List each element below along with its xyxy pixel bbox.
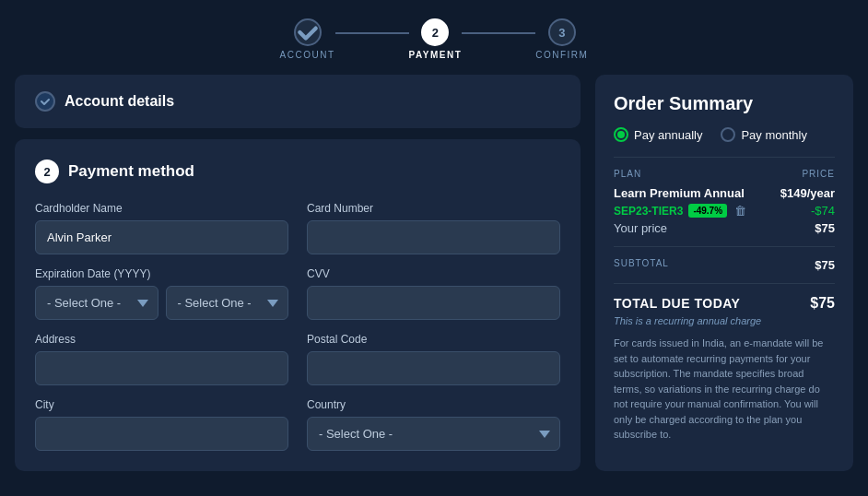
city-input[interactable]	[35, 417, 288, 451]
expiry-month-select[interactable]: - Select One -	[35, 286, 158, 320]
payment-method-card: 2 Payment method Cardholder Name Card Nu…	[15, 139, 581, 471]
step-account-circle	[294, 18, 322, 46]
billing-annually-option[interactable]: Pay annually	[614, 127, 702, 142]
address-label: Address	[35, 333, 288, 346]
billing-annually-radio[interactable]	[614, 127, 628, 142]
plan-price: $149/year	[780, 186, 835, 200]
step-account: ACCOUNT	[280, 18, 335, 60]
step-line-1	[335, 32, 409, 34]
billing-annually-radio-inner	[617, 131, 625, 138]
info-text: For cards issued in India, an e-mandate …	[614, 336, 835, 443]
expiry-year-select[interactable]: - Select One -	[166, 286, 289, 320]
billing-monthly-option[interactable]: Pay monthly	[721, 127, 807, 142]
main-content: Account details 2 Payment method Cardhol…	[0, 75, 868, 486]
promo-badge: -49.7%	[688, 204, 727, 218]
country-select[interactable]: - Select One -	[307, 417, 560, 451]
step-line-2	[462, 32, 535, 34]
cardholder-name-label: Cardholder Name	[35, 202, 288, 215]
price-column-label: PRICE	[802, 169, 835, 179]
plan-header: PLAN PRICE	[614, 169, 835, 179]
expiry-group: Expiration Date (YYYY) - Select One - - …	[35, 267, 288, 320]
billing-toggle: Pay annually Pay monthly	[614, 127, 835, 142]
step-payment-circle: 2	[421, 18, 449, 46]
card-number-label: Card Number	[307, 202, 560, 215]
plan-name-row: Learn Premium Annual $149/year	[614, 186, 835, 200]
plan-column-label: PLAN	[614, 169, 641, 179]
expiry-label: Expiration Date (YYYY)	[35, 267, 288, 280]
step-payment-label: PAYMENT	[409, 50, 463, 60]
cardholder-name-input[interactable]	[35, 220, 288, 254]
postal-code-input[interactable]	[307, 351, 560, 385]
billing-annually-label: Pay annually	[634, 128, 702, 142]
card-number-group: Card Number	[307, 202, 560, 254]
remove-promo-icon[interactable]: 🗑	[734, 204, 746, 218]
subtotal-value: $75	[815, 258, 835, 272]
your-price-label: Your price	[614, 221, 667, 235]
billing-monthly-label: Pay monthly	[741, 128, 807, 142]
payment-form: Cardholder Name Card Number Expiration D…	[35, 202, 560, 451]
cardholder-name-group: Cardholder Name	[35, 202, 288, 254]
your-price-row: Your price $75	[614, 221, 835, 235]
promo-row: SEP23-TIER3 -49.7% 🗑 -$74	[614, 204, 835, 218]
total-value: $75	[810, 295, 835, 312]
step-confirm-label: CONFIRM	[535, 50, 588, 60]
payment-header: 2 Payment method	[35, 159, 560, 183]
cvv-label: CVV	[307, 267, 560, 280]
address-group: Address	[35, 333, 288, 385]
step-confirm: 3 CONFIRM	[535, 18, 588, 60]
total-label: TOTAL DUE TODAY	[614, 296, 740, 311]
country-group: Country - Select One -	[307, 398, 560, 451]
billing-monthly-radio[interactable]	[721, 127, 735, 142]
subtotal-label: SUBTOTAL	[614, 258, 669, 272]
total-row: TOTAL DUE TODAY $75	[614, 295, 835, 312]
recurring-note: This is a recurring annual charge	[614, 315, 835, 326]
promo-code: SEP23-TIER3	[614, 205, 683, 218]
promo-discount: -$74	[811, 204, 835, 218]
card-number-input[interactable]	[307, 220, 560, 254]
order-summary-panel: Order Summary Pay annually Pay monthly P…	[595, 75, 853, 471]
address-input[interactable]	[35, 351, 288, 385]
divider-1	[614, 157, 835, 158]
order-summary-title: Order Summary	[614, 93, 835, 114]
subtotal-row: SUBTOTAL $75	[614, 258, 835, 272]
payment-method-title: Payment method	[68, 162, 194, 181]
postal-code-group: Postal Code	[307, 333, 560, 385]
account-check-icon	[35, 91, 55, 112]
divider-2	[614, 246, 835, 247]
your-price-value: $75	[815, 221, 835, 235]
step-confirm-circle: 3	[548, 18, 576, 46]
cvv-group: CVV	[307, 267, 560, 320]
account-details-title: Account details	[65, 93, 174, 110]
plan-name: Learn Premium Annual	[614, 186, 745, 200]
divider-3	[614, 283, 835, 284]
city-group: City	[35, 398, 288, 451]
cvv-input[interactable]	[307, 286, 560, 320]
city-label: City	[35, 398, 288, 411]
payment-step-number: 2	[35, 159, 59, 183]
expiry-selects: - Select One - - Select One -	[35, 286, 288, 320]
account-details-card: Account details	[15, 75, 581, 128]
country-label: Country	[307, 398, 560, 411]
postal-code-label: Postal Code	[307, 333, 560, 346]
stepper: ACCOUNT 2 PAYMENT 3 CONFIRM	[0, 0, 868, 75]
step-payment: 2 PAYMENT	[409, 18, 463, 60]
left-panel: Account details 2 Payment method Cardhol…	[15, 75, 581, 471]
step-account-label: ACCOUNT	[280, 50, 335, 60]
